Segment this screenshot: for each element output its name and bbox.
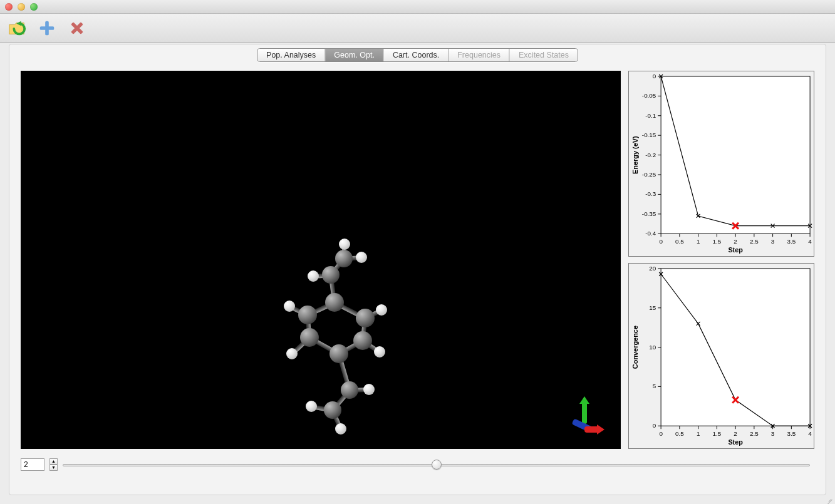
svg-text:0: 0	[653, 73, 656, 80]
svg-rect-9	[661, 76, 810, 234]
molecule-viewer[interactable]	[21, 71, 621, 449]
step-stepper[interactable]: ▲ ▼	[49, 458, 58, 471]
svg-text:3.5: 3.5	[787, 430, 796, 437]
svg-text:0: 0	[653, 422, 656, 429]
step-up-button[interactable]: ▲	[49, 458, 58, 465]
toolbar	[0, 14, 835, 43]
convergence-chart[interactable]: 00.511.522.533.5405101520StepConvergence	[628, 263, 814, 449]
svg-rect-49	[661, 269, 810, 426]
minimize-window-button[interactable]	[18, 3, 25, 11]
tab-cart-coords[interactable]: Cart. Coords.	[384, 49, 449, 61]
step-slider[interactable]	[63, 458, 810, 471]
svg-text:-0.1: -0.1	[645, 112, 656, 119]
svg-text:0.5: 0.5	[675, 238, 684, 245]
tab-pop-analyses[interactable]: Pop. Analyses	[257, 49, 325, 61]
svg-text:Convergence: Convergence	[631, 326, 639, 369]
zoom-window-button[interactable]	[30, 3, 38, 11]
open-file-button[interactable]	[6, 18, 28, 39]
svg-text:Step: Step	[728, 438, 743, 446]
step-controls: ▲ ▼	[21, 455, 810, 474]
svg-text:4: 4	[808, 430, 812, 437]
svg-text:-0.3: -0.3	[645, 190, 656, 197]
resize-grip[interactable]	[825, 494, 834, 503]
svg-text:10: 10	[649, 344, 656, 351]
svg-text:2: 2	[734, 430, 737, 437]
svg-rect-1	[40, 26, 54, 30]
titlebar	[0, 0, 835, 14]
svg-text:1: 1	[697, 238, 700, 245]
content-area: 00.511.522.533.540-0.05-0.1-0.15-0.2-0.2…	[21, 66, 814, 483]
close-window-button[interactable]	[5, 3, 13, 11]
tab-excited-states: Excited States	[510, 49, 578, 61]
step-input[interactable]	[21, 458, 44, 471]
svg-text:2: 2	[734, 238, 737, 245]
svg-marker-8	[597, 424, 604, 435]
svg-text:-0.4: -0.4	[645, 230, 656, 237]
svg-text:0: 0	[659, 430, 663, 437]
charts-column: 00.511.522.533.540-0.05-0.1-0.15-0.2-0.2…	[628, 71, 814, 449]
svg-text:5: 5	[653, 383, 656, 389]
svg-text:4: 4	[808, 238, 812, 245]
svg-text:-0.35: -0.35	[642, 210, 656, 217]
svg-text:1.5: 1.5	[713, 430, 722, 437]
svg-text:1: 1	[697, 430, 700, 437]
svg-text:2.5: 2.5	[750, 430, 759, 437]
svg-text:-0.15: -0.15	[642, 131, 656, 138]
energy-chart[interactable]: 00.511.522.533.540-0.05-0.1-0.15-0.2-0.2…	[628, 71, 814, 257]
tab-geom-opt[interactable]: Geom. Opt.	[325, 49, 384, 61]
svg-text:0: 0	[659, 238, 663, 245]
svg-text:0.5: 0.5	[675, 430, 684, 437]
svg-text:-0.25: -0.25	[642, 171, 656, 178]
tab-frequencies: Frequencies	[449, 49, 510, 61]
window-controls	[5, 3, 38, 11]
svg-text:15: 15	[649, 304, 656, 311]
svg-text:Energy (eV): Energy (eV)	[631, 136, 639, 174]
main-panel: Pop. Analyses Geom. Opt. Cart. Coords. F…	[9, 44, 826, 495]
svg-text:2.5: 2.5	[750, 238, 759, 245]
svg-text:3: 3	[771, 238, 775, 245]
tab-bar: Pop. Analyses Geom. Opt. Cart. Coords. F…	[257, 48, 578, 62]
add-button[interactable]	[36, 18, 58, 39]
svg-text:3.5: 3.5	[787, 238, 796, 245]
svg-text:1.5: 1.5	[713, 238, 722, 245]
svg-text:3: 3	[771, 430, 775, 437]
axis-gizmo	[559, 395, 609, 445]
svg-text:-0.2: -0.2	[645, 152, 656, 158]
svg-marker-5	[579, 396, 589, 404]
step-down-button[interactable]: ▼	[49, 465, 58, 471]
svg-text:-0.05: -0.05	[642, 92, 656, 99]
svg-text:20: 20	[649, 265, 656, 272]
svg-text:Step: Step	[728, 246, 743, 254]
remove-button[interactable]	[66, 18, 88, 39]
